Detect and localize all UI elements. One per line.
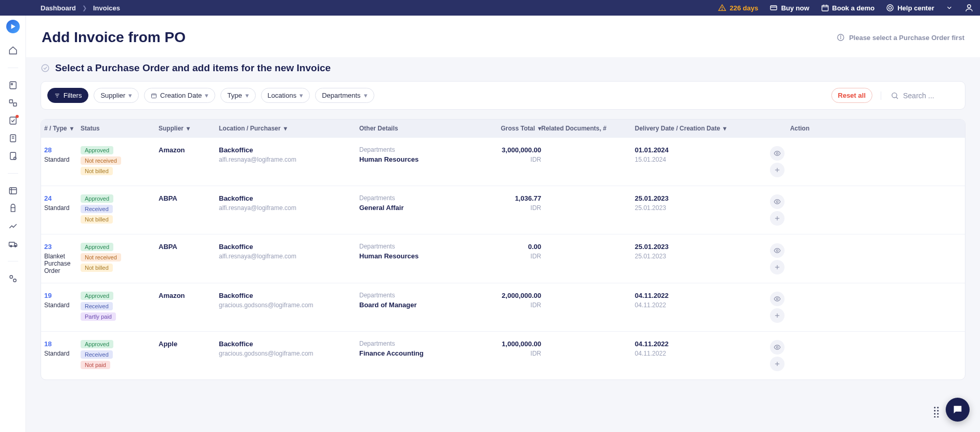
creation-date: 15.01.2024 <box>635 156 770 163</box>
supplier-name: Amazon <box>159 146 219 154</box>
col-location[interactable]: Location / Purchaser▾ <box>219 125 359 132</box>
status-badges: ApprovedReceivedNot billed <box>81 194 159 226</box>
filters-button[interactable]: Filters <box>47 88 88 103</box>
status-badge: Not billed <box>81 167 113 175</box>
nav-inventory-icon[interactable] <box>8 204 18 213</box>
table-row[interactable]: 24StandardApprovedReceivedNot billedABPA… <box>41 186 965 234</box>
trial-days[interactable]: 226 days <box>718 4 758 12</box>
help-center-label: Help center <box>897 4 934 12</box>
status-badge: Not billed <box>81 264 113 272</box>
divider <box>8 261 18 261</box>
reset-all-button[interactable]: Reset all <box>831 88 872 103</box>
svg-rect-29 <box>10 276 12 278</box>
status-badge: Approved <box>81 292 113 300</box>
nav-supplier-icon[interactable] <box>8 239 18 248</box>
supplier-filter[interactable]: Supplier ▾ <box>94 88 139 103</box>
filters-label: Filters <box>63 91 82 99</box>
chevron-down-icon[interactable] <box>946 4 953 11</box>
departments-filter[interactable]: Departments ▾ <box>315 88 374 103</box>
related-docs <box>541 194 635 226</box>
details-label: Departments <box>359 340 458 347</box>
creation-date-filter[interactable]: Creation Date ▾ <box>144 88 215 103</box>
help-center-link[interactable]: Help center <box>886 4 934 12</box>
book-demo-link[interactable]: Book a demo <box>821 4 875 12</box>
table-row[interactable]: 18StandardApprovedReceivedNot paidAppleB… <box>41 331 965 379</box>
col-gross[interactable]: Gross Total▾ <box>458 125 541 132</box>
view-button[interactable] <box>770 146 785 161</box>
svg-point-33 <box>841 36 841 36</box>
app-logo[interactable] <box>6 20 20 33</box>
chevron-down-icon: ▾ <box>364 91 368 99</box>
nav-receipt-icon[interactable] <box>8 151 18 161</box>
col-other-label: Other Details <box>359 125 398 132</box>
add-button[interactable] <box>770 163 785 177</box>
nav-integration-icon[interactable] <box>8 274 18 283</box>
gross-amount: 1,036.77 <box>458 194 541 202</box>
page-hint: Please select a Purchase Order first <box>837 33 964 42</box>
add-button[interactable] <box>770 211 785 226</box>
view-button[interactable] <box>770 194 785 209</box>
delivery-date: 01.01.2024 <box>635 146 770 154</box>
content: Add Invoice from PO Please select a Purc… <box>26 16 980 432</box>
department-name: Board of Manager <box>359 301 458 309</box>
type-filter[interactable]: Type ▾ <box>220 88 255 103</box>
view-button[interactable] <box>770 292 785 306</box>
po-table: # / Type▾ Status Supplier▾ Location / Pu… <box>41 119 965 380</box>
po-number[interactable]: 28 <box>44 146 81 154</box>
search-input[interactable] <box>903 91 955 100</box>
table-row[interactable]: 23Blanket Purchase OrderApprovedNot rece… <box>41 234 965 283</box>
nav-requisition-icon[interactable] <box>8 81 18 90</box>
view-button[interactable] <box>770 340 785 355</box>
supplier-name: ABPA <box>159 194 219 202</box>
row-actions <box>770 194 809 226</box>
grip-icon[interactable] <box>933 406 940 417</box>
po-number[interactable]: 23 <box>44 243 81 251</box>
status-badges: ApprovedReceivedNot paid <box>81 340 159 371</box>
col-numtype[interactable]: # / Type▾ <box>44 125 81 132</box>
add-button[interactable] <box>770 357 785 371</box>
supplier-name: ABPA <box>159 243 219 251</box>
po-number[interactable]: 18 <box>44 340 81 348</box>
gross-amount: 1,000,000.00 <box>458 340 541 348</box>
trial-days-text: 226 days <box>729 4 758 12</box>
nav-purchase-order-icon[interactable] <box>8 98 18 108</box>
check-circle-icon <box>41 63 50 73</box>
search-box <box>881 91 959 100</box>
po-number[interactable]: 19 <box>44 292 81 299</box>
svg-rect-16 <box>10 117 16 124</box>
buy-now-label: Buy now <box>781 4 809 12</box>
delivery-date: 04.11.2022 <box>635 292 770 299</box>
svg-rect-30 <box>13 279 16 282</box>
table-row[interactable]: 28StandardApprovedNot receivedNot billed… <box>41 137 965 186</box>
add-button[interactable] <box>770 308 785 323</box>
status-badge: Approved <box>81 146 113 154</box>
nav-invoice-icon[interactable] <box>8 134 18 143</box>
filter-icon <box>54 93 60 99</box>
locations-filter[interactable]: Locations ▾ <box>261 88 310 103</box>
col-delivery[interactable]: Delivery Date / Creation Date▾ <box>635 125 770 132</box>
nav-home-icon[interactable] <box>8 46 18 55</box>
col-location-label: Location / Purchaser <box>219 125 281 132</box>
row-actions <box>770 340 809 371</box>
svg-point-10 <box>968 5 971 8</box>
svg-point-34 <box>42 64 49 72</box>
buy-now-link[interactable]: Buy now <box>769 4 809 12</box>
po-number[interactable]: 24 <box>44 194 81 202</box>
status-badge: Received <box>81 302 113 310</box>
breadcrumb-dashboard[interactable]: Dashboard <box>41 4 76 12</box>
purchaser-email: gracious.godsons@logiframe.com <box>219 350 359 357</box>
breadcrumb-invoices[interactable]: Invoices <box>93 4 120 12</box>
add-button[interactable] <box>770 260 785 274</box>
col-supplier[interactable]: Supplier▾ <box>159 125 219 132</box>
user-icon[interactable] <box>964 3 974 12</box>
chat-button[interactable] <box>946 398 970 422</box>
nav-approval-icon[interactable] <box>8 116 18 125</box>
view-button[interactable] <box>770 243 785 258</box>
lifebuoy-icon <box>886 4 894 12</box>
nav-reports-icon[interactable] <box>8 221 18 231</box>
card-icon <box>769 4 778 12</box>
col-related: Related Documents, # <box>541 125 635 132</box>
nav-budget-icon[interactable] <box>8 186 18 195</box>
supplier-filter-label: Supplier <box>100 91 125 99</box>
table-row[interactable]: 19StandardApprovedReceivedPartly paidAma… <box>41 283 965 331</box>
